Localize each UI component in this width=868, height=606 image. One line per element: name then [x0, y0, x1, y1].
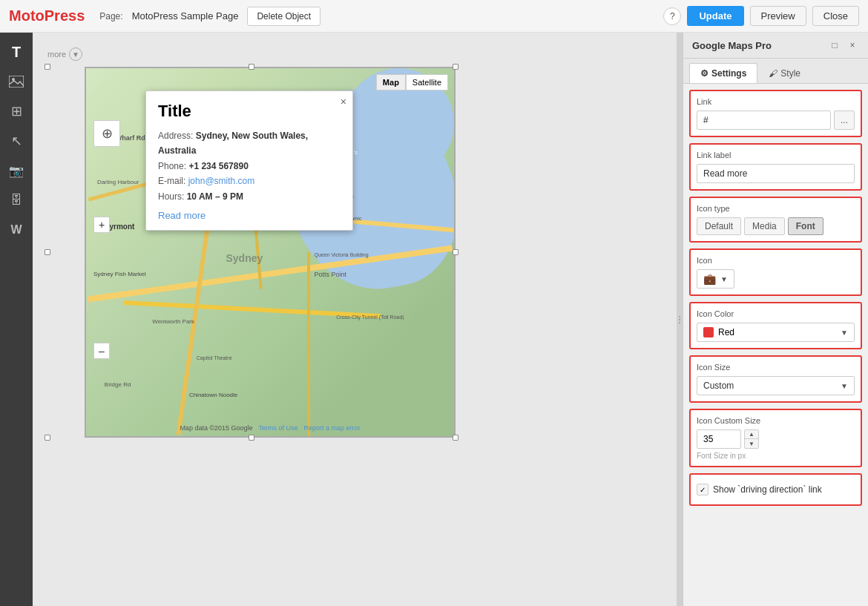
- stepper-down-button[interactable]: ▼: [745, 439, 758, 448]
- selection-handle-mr[interactable]: [453, 249, 458, 255]
- sidebar-icon-text[interactable]: T: [3, 39, 30, 65]
- tab-settings[interactable]: ⚙ Settings: [689, 63, 757, 83]
- more-label: more: [47, 50, 66, 59]
- popup-address-label: Address:: [158, 131, 193, 141]
- satellite-button[interactable]: Satellite: [406, 74, 448, 90]
- icon-type-media-button[interactable]: Media: [744, 217, 785, 235]
- map-container[interactable]: Wharf Rd Pyrmont Darling Harbour Sydney …: [85, 67, 456, 438]
- sidebar-icon-camera[interactable]: 📷: [3, 157, 30, 184]
- left-sidebar: T ⊞ ↖ 📷 🗄 W: [0, 33, 33, 606]
- panel-resize-handle[interactable]: [677, 33, 683, 606]
- zoom-in-button[interactable]: +: [93, 217, 110, 233]
- sidebar-icon-wordpress[interactable]: W: [3, 217, 30, 243]
- icon-color-label: Icon Color: [697, 309, 855, 318]
- panel-tabs: ⚙ Settings 🖌 Style: [683, 59, 868, 84]
- icon-color-dropdown[interactable]: Red ▼: [697, 323, 855, 342]
- sidebar-icon-cursor[interactable]: ↖: [3, 128, 30, 154]
- panel-expand-button[interactable]: □: [828, 39, 841, 52]
- icon-type-label: Icon type: [697, 204, 855, 213]
- more-circle-icon: ▼: [69, 47, 82, 61]
- main-area: T ⊞ ↖ 📷 🗄 W more ▼: [0, 33, 868, 606]
- icon-size-dropdown[interactable]: Custom ▼: [697, 376, 855, 395]
- custom-size-row: ▲ ▼: [697, 429, 855, 449]
- link-section: Link ...: [689, 90, 862, 137]
- selection-handle-bl[interactable]: [45, 435, 50, 441]
- sidebar-icon-image[interactable]: [3, 68, 30, 95]
- icon-type-group: Default Media Font: [697, 217, 855, 235]
- map-report-link[interactable]: Report a map error: [304, 424, 361, 432]
- map-type-buttons: Map Satellite: [376, 74, 448, 90]
- close-button[interactable]: Close: [812, 6, 859, 26]
- panel-content: Link ... Link label Icon type Default Me…: [683, 84, 868, 606]
- delete-object-button[interactable]: Delete Object: [247, 7, 320, 26]
- zoom-out-button[interactable]: –: [93, 343, 110, 359]
- popup-email-label: E-mail:: [158, 176, 185, 186]
- popup-email-link[interactable]: john@smith.com: [188, 176, 255, 186]
- driving-checkbox[interactable]: ✓: [697, 484, 708, 495]
- svg-rect-0: [9, 76, 24, 88]
- icon-size-section: Icon Size Custom ▼: [689, 355, 862, 403]
- size-dropdown-arrow: ▼: [841, 382, 848, 390]
- color-dropdown-arrow: ▼: [841, 329, 848, 337]
- popup-hours-label: Hours:: [158, 191, 184, 202]
- page-label: Page:: [99, 11, 122, 22]
- selection-handle-br[interactable]: [453, 435, 458, 441]
- map-terms-link[interactable]: Terms of Use: [259, 424, 298, 432]
- selection-handle-bm[interactable]: [249, 435, 254, 441]
- icon-dropdown-arrow: ▼: [720, 275, 728, 283]
- driving-row: ✓ Show `driving direction` link: [697, 481, 855, 498]
- panel-actions: □ ×: [828, 39, 859, 52]
- tab-style[interactable]: 🖌 Style: [757, 63, 812, 83]
- popup-info: Address: Sydney, New South Wales, Austra…: [158, 128, 341, 204]
- selection-handle-ml[interactable]: [45, 249, 50, 255]
- popup-read-more-link[interactable]: Read more: [158, 210, 341, 221]
- icon-dropdown[interactable]: 💼 ▼: [697, 269, 734, 289]
- more-button[interactable]: more ▼: [47, 47, 662, 61]
- size-stepper: ▲ ▼: [744, 429, 759, 449]
- link-input[interactable]: [697, 111, 831, 130]
- map-popup: × Title Address: Sydney, New South Wales…: [145, 90, 353, 231]
- size-value: Custom: [703, 381, 734, 391]
- selection-handle-tl[interactable]: [45, 64, 50, 70]
- sidebar-icon-archive[interactable]: 🗄: [3, 187, 30, 214]
- icon-size-label: Icon Size: [697, 363, 855, 372]
- popup-close-button[interactable]: ×: [341, 96, 346, 108]
- logo-press: Press: [45, 7, 85, 24]
- popup-title: Title: [158, 102, 341, 121]
- update-button[interactable]: Update: [687, 6, 743, 26]
- panel-title: Google Maps Pro: [692, 40, 772, 51]
- style-tab-label: Style: [780, 68, 800, 79]
- sidebar-icon-widget[interactable]: ⊞: [3, 98, 30, 125]
- stepper-up-button[interactable]: ▲: [745, 430, 758, 439]
- icon-section: Icon 💼 ▼: [689, 248, 862, 296]
- map-button[interactable]: Map: [376, 74, 406, 90]
- style-tab-icon: 🖌: [769, 68, 777, 79]
- selection-handle-tm[interactable]: [249, 64, 254, 70]
- map-footer: Map data ©2015 Google Terms of Use Repor…: [86, 424, 454, 432]
- link-input-group: ...: [697, 111, 855, 130]
- popup-phone-label: Phone:: [158, 161, 186, 171]
- link-label-input[interactable]: [697, 164, 855, 183]
- color-swatch: [703, 327, 714, 337]
- popup-hours-value: 10 AM – 9 PM: [187, 191, 243, 202]
- link-label-section: Link label: [689, 143, 862, 191]
- help-button[interactable]: ?: [663, 7, 681, 25]
- icon-type-default-button[interactable]: Default: [697, 217, 741, 235]
- driving-direction-section: ✓ Show `driving direction` link: [689, 473, 862, 506]
- canvas-area: more ▼: [33, 33, 677, 606]
- selection-handle-tr[interactable]: [453, 64, 458, 70]
- color-name: Red: [718, 327, 841, 337]
- popup-phone-value: +1 234 567890: [188, 161, 248, 171]
- custom-size-input[interactable]: [697, 429, 741, 449]
- icon-type-font-button[interactable]: Font: [788, 217, 823, 235]
- link-dots-button[interactable]: ...: [834, 111, 855, 130]
- map-nav-control[interactable]: ⊕: [93, 120, 120, 147]
- page-name: MotoPress Sample Page: [132, 10, 239, 22]
- panel-header: Google Maps Pro □ ×: [683, 33, 868, 59]
- panel-close-button[interactable]: ×: [846, 39, 859, 52]
- canvas-inner: more ▼: [47, 47, 662, 440]
- icon-preview: 💼: [703, 273, 716, 285]
- preview-button[interactable]: Preview: [750, 6, 806, 26]
- custom-size-hint: Font Size in px: [697, 452, 855, 460]
- right-panel: Google Maps Pro □ × ⚙ Settings 🖌 Style L…: [683, 33, 868, 606]
